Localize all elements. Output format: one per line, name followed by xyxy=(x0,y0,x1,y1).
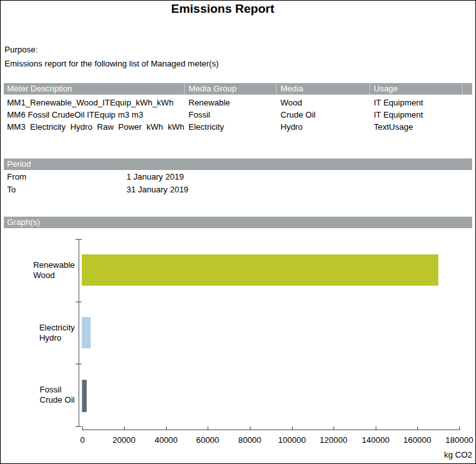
cell-media-group: Electricity xyxy=(188,121,224,133)
column-header-media: Media xyxy=(280,83,303,95)
cell-usage: IT Equipment xyxy=(374,109,423,121)
cell-media-group: Renewable xyxy=(188,97,230,109)
column-header-meter-description: Meter Description xyxy=(7,83,72,95)
from-label: From xyxy=(7,172,26,182)
x-tick-label: 180000 xyxy=(434,435,476,445)
cell-media-group: Fossil xyxy=(188,109,210,121)
category-label-text: Electricity Hydro xyxy=(39,323,75,343)
cell-media: Crude Oil xyxy=(280,109,316,121)
x-axis-tick xyxy=(82,426,83,429)
category-label-renewable-wood: Renewable Wood xyxy=(13,239,75,302)
column-separator xyxy=(462,83,463,95)
category-label-fossil-crude-oil: Fossil Crude Oil xyxy=(13,364,75,426)
report-title: Emissions Report xyxy=(1,2,445,16)
period-to-row: To 31 January 2019 xyxy=(1,185,475,195)
to-value: 31 January 2019 xyxy=(127,185,188,194)
cell-media: Wood xyxy=(280,97,302,109)
cell-usage: IT Equipment xyxy=(374,97,423,109)
graphs-heading: Graph(s) xyxy=(7,217,40,228)
y-axis-tick xyxy=(75,364,82,364)
x-axis-line xyxy=(82,429,460,430)
from-value: 1 January 2019 xyxy=(127,172,184,182)
table-row: MM3 Electricity Hydro Raw Power kWh kWh … xyxy=(1,121,475,133)
to-label: To xyxy=(7,185,16,194)
x-axis-tick xyxy=(208,426,208,429)
cell-meter-description: MM3 Electricity Hydro Raw Power kWh kWh xyxy=(7,121,187,133)
graphs-section-header: Graph(s) xyxy=(4,217,472,228)
cell-media: Hydro xyxy=(280,121,303,133)
cell-meter-description: MM6 Fossil CrudeOil ITEquip m3 m3 xyxy=(7,109,187,121)
column-header-usage: Usage xyxy=(374,83,398,95)
y-axis-tick xyxy=(75,239,82,240)
bar-fossil-crude-oil xyxy=(82,380,87,412)
category-label-text: Renewable Wood xyxy=(33,260,75,281)
column-separator xyxy=(369,83,370,95)
column-separator xyxy=(276,83,277,95)
y-axis-line xyxy=(79,239,79,426)
bar-renewable-wood xyxy=(82,254,438,286)
x-axis-tick xyxy=(250,426,250,429)
x-axis-tick xyxy=(417,426,418,429)
x-axis-tick xyxy=(292,426,293,429)
x-axis-title: kg CO2 xyxy=(384,450,472,460)
table-row: MM6 Fossil CrudeOil ITEquip m3 m3 Fossil… xyxy=(1,109,475,121)
meter-table-header: Meter Description Media Group Media Usag… xyxy=(4,83,472,95)
purpose-label: Purpose: xyxy=(4,45,38,54)
column-separator xyxy=(184,83,185,95)
period-heading: Period xyxy=(7,159,31,170)
cell-meter-description: MM1_Renewable_Wood_ITEquip_kWh_kWh xyxy=(7,97,187,109)
report-page: Emissions Report Purpose: Emissions repo… xyxy=(0,0,476,464)
table-row: MM1_Renewable_Wood_ITEquip_kWh_kWh Renew… xyxy=(1,97,475,109)
column-header-media-group: Media Group xyxy=(188,83,236,95)
x-axis-tick xyxy=(124,426,125,429)
period-section-header: Period xyxy=(4,159,472,170)
x-axis-tick xyxy=(166,426,167,429)
category-label-electricity-hydro: Electricity Hydro xyxy=(13,302,75,364)
period-from-row: From 1 January 2019 xyxy=(1,172,475,182)
purpose-text: Emissions report for the following list … xyxy=(4,59,219,68)
y-axis-tick xyxy=(75,426,82,427)
x-axis-tick xyxy=(334,426,334,429)
category-label-text: Fossil Crude Oil xyxy=(40,385,75,405)
cell-usage: TextUsage xyxy=(374,121,413,133)
x-axis-tick xyxy=(376,426,376,429)
bar-electricity-hydro xyxy=(82,317,91,348)
y-axis-tick xyxy=(75,302,82,302)
x-axis-tick xyxy=(459,426,460,429)
